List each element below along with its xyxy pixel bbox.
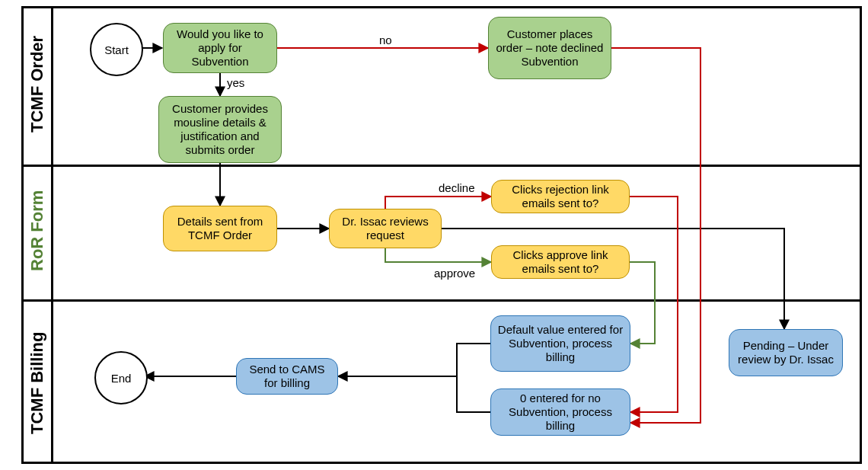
start-label: Start	[104, 43, 129, 56]
node-zero-value-label: 0 entered for no Subvention, process bil…	[497, 392, 624, 433]
node-details-sent-label: Details sent from TCMF Order	[170, 215, 270, 242]
end-label: End	[111, 372, 132, 385]
node-reviews-label: Dr. Issac reviews request	[336, 215, 435, 242]
node-reject-link: Clicks rejection link emails sent to?	[491, 180, 630, 213]
lane-frame-order	[21, 6, 862, 167]
node-pending-label: Pending – Under review by Dr. Issac	[736, 339, 836, 366]
node-apply-subvention: Would you like to apply for Subvention	[163, 23, 277, 73]
node-provides-details: Customer provides mousline details & jus…	[158, 96, 282, 163]
edge-label-approve: approve	[434, 267, 475, 280]
edge-label-decline: decline	[439, 181, 475, 194]
node-approve-link-label: Clicks approve link emails sent to?	[498, 248, 623, 276]
edge-label-yes: yes	[227, 76, 244, 89]
node-reject-link-label: Clicks rejection link emails sent to?	[498, 183, 623, 210]
node-zero-value: 0 entered for no Subvention, process bil…	[490, 388, 630, 436]
node-send-cams-label: Send to CAMS for billing	[243, 363, 331, 390]
lane-label-ror: RoR Form	[27, 195, 47, 271]
node-reviews: Dr. Issac reviews request	[329, 209, 442, 248]
node-details-sent: Details sent from TCMF Order	[163, 206, 277, 251]
node-pending: Pending – Under review by Dr. Issac	[729, 329, 843, 376]
node-places-order-label: Customer places order – note declined Su…	[495, 27, 605, 69]
start-terminator: Start	[90, 23, 143, 76]
edge-label-no: no	[379, 34, 392, 46]
end-terminator: End	[94, 351, 148, 404]
node-default-value: Default value entered for Subvention, pr…	[490, 315, 630, 372]
lane-label-billing: TCMF Billing	[27, 335, 47, 434]
node-apply-label: Would you like to apply for Subvention	[170, 27, 270, 69]
lane-label-order: TCMF Order	[27, 41, 47, 133]
node-default-value-label: Default value entered for Subvention, pr…	[497, 323, 624, 364]
swimlane-diagram: TCMF Order RoR Form TCMF Billing	[0, 0, 868, 470]
node-provides-details-label: Customer provides mousline details & jus…	[165, 102, 275, 157]
node-places-order: Customer places order – note declined Su…	[488, 17, 611, 79]
node-approve-link: Clicks approve link emails sent to?	[491, 245, 630, 279]
node-send-cams: Send to CAMS for billing	[236, 358, 338, 395]
